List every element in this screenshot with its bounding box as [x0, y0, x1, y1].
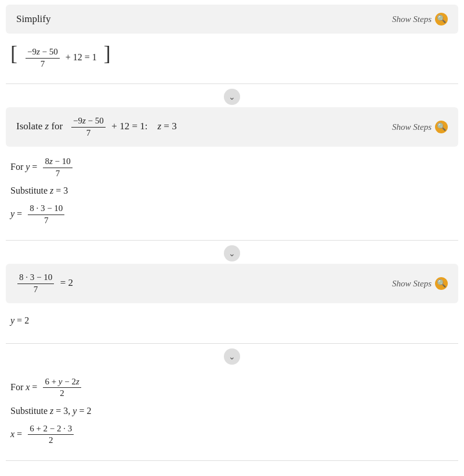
simplify-top-label: Simplify: [16, 13, 51, 25]
y-frac: 8z − 10 7: [43, 156, 72, 179]
y-substituted-line: y = 8 · 3 − 10 7: [10, 203, 454, 226]
divider-3: [6, 343, 458, 344]
chevron-container-2: ⌄: [0, 245, 464, 261]
frac-1-den: 7: [39, 59, 47, 70]
left-bracket: [: [10, 42, 17, 65]
x-sub-frac-num: 6 + 2 − 2 · 3: [28, 423, 74, 435]
isolate-frac: −9z − 50 7: [71, 115, 106, 139]
x-frac: 6 + y − 2z 2: [43, 376, 81, 399]
show-steps-button-top[interactable]: Show Steps 🔍: [392, 13, 448, 26]
right-bracket: ]: [104, 42, 111, 65]
y-sub-frac-den: 7: [42, 215, 50, 227]
x-section: For x = 6 + y − 2z 2 Substitute z = 3, y…: [0, 367, 464, 456]
simplify-top-box: Simplify Show Steps 🔍: [6, 5, 458, 34]
show-steps-label-top: Show Steps: [392, 14, 432, 24]
show-steps-button-isolate[interactable]: Show Steps 🔍: [392, 121, 448, 133]
bracket-equation: [ −9z − 50 7 + 12 = 1 ]: [10, 43, 454, 70]
key-icon-mid: 🔍: [435, 277, 448, 290]
show-steps-label-isolate: Show Steps: [392, 122, 432, 132]
simplify-top-content: [ −9z − 50 7 + 12 = 1 ]: [0, 34, 464, 79]
x-sub-frac-den: 2: [47, 435, 55, 446]
substitute-z-y-line: Substitute z = 3, y = 2: [10, 403, 454, 420]
isolate-z-box: Isolate z for −9z − 50 7 + 12 = 1: z = 3…: [6, 107, 458, 147]
chevron-button-2[interactable]: ⌄: [224, 245, 240, 261]
frac-1-num: −9z − 50: [26, 46, 60, 59]
show-steps-button-mid[interactable]: Show Steps 🔍: [392, 277, 448, 290]
mid-frac-num: 8 · 3 − 10: [17, 272, 54, 284]
divider-2: [6, 240, 458, 241]
simplify-mid-label: 8 · 3 − 10 7 = 2: [16, 272, 73, 295]
substitute-z-line: Substitute z = 3: [10, 183, 454, 199]
mid-frac: 8 · 3 − 10 7: [17, 272, 54, 295]
x-frac-num: 6 + y − 2z: [43, 376, 81, 388]
show-steps-label-mid: Show Steps: [392, 279, 432, 289]
isolate-z-label: Isolate z for −9z − 50 7 + 12 = 1: z = 3: [16, 115, 177, 139]
chevron-button-3[interactable]: ⌄: [224, 348, 240, 365]
y-equals-2: y = 2: [10, 313, 454, 329]
simplify-mid-box: 8 · 3 − 10 7 = 2 Show Steps 🔍: [6, 264, 458, 303]
for-y-line: For y = 8z − 10 7: [10, 156, 454, 179]
y-sub-frac-num: 8 · 3 − 10: [28, 203, 64, 215]
chevron-button-1[interactable]: ⌄: [224, 89, 240, 105]
y-frac-den: 7: [54, 168, 62, 180]
y-sub-frac: 8 · 3 − 10 7: [28, 203, 64, 226]
for-x-line: For x = 6 + y − 2z 2: [10, 376, 454, 399]
frac-expr-1: −9z − 50 7: [24, 52, 63, 62]
chevron-container-3: ⌄: [0, 348, 464, 365]
x-sub-frac: 6 + 2 − 2 · 3 2: [28, 423, 74, 446]
isolate-z-content: For y = 8z − 10 7 Substitute z = 3 y = 8…: [0, 147, 464, 235]
key-icon-isolate: 🔍: [435, 121, 448, 133]
x-substituted-line: x = 6 + 2 − 2 · 3 2: [10, 423, 454, 446]
x-frac-den: 2: [58, 388, 66, 399]
divider-1: [6, 83, 458, 84]
bottom-simplify-section: Simplify x = 1: [0, 466, 464, 476]
key-icon-top: 🔍: [435, 13, 448, 26]
isolate-frac-den: 7: [85, 128, 93, 139]
chevron-container-1: ⌄: [0, 89, 464, 105]
mid-frac-den: 7: [32, 284, 40, 296]
isolate-frac-num: −9z − 50: [71, 115, 106, 128]
y-frac-num: 8z − 10: [43, 156, 72, 168]
frac-1: −9z − 50 7: [26, 46, 60, 70]
simplify-mid-content: y = 2: [0, 303, 464, 339]
divider-4: [6, 460, 458, 461]
